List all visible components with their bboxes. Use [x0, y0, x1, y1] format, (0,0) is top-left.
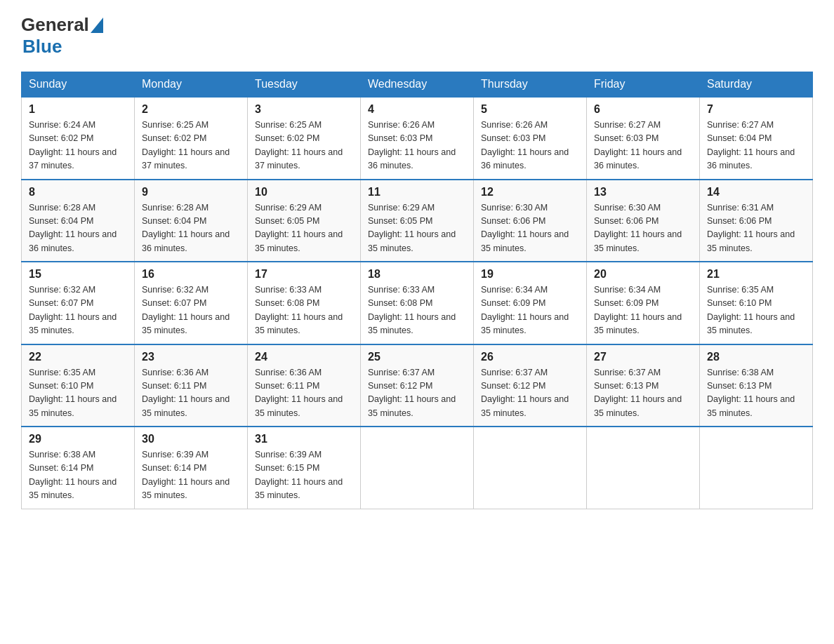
calendar-cell: 16 Sunrise: 6:32 AMSunset: 6:07 PMDaylig…	[135, 262, 248, 344]
calendar-cell: 31 Sunrise: 6:39 AMSunset: 6:15 PMDaylig…	[248, 427, 361, 509]
day-info: Sunrise: 6:28 AMSunset: 6:04 PMDaylight:…	[142, 201, 240, 256]
day-info: Sunrise: 6:38 AMSunset: 6:14 PMDaylight:…	[29, 448, 127, 503]
day-info: Sunrise: 6:27 AMSunset: 6:04 PMDaylight:…	[707, 119, 805, 173]
weekday-header-saturday: Saturday	[700, 72, 813, 98]
day-number: 24	[255, 351, 353, 363]
day-number: 26	[481, 351, 579, 363]
day-number: 15	[29, 268, 127, 281]
week-row-5: 29 Sunrise: 6:38 AMSunset: 6:14 PMDaylig…	[22, 427, 813, 509]
day-info: Sunrise: 6:32 AMSunset: 6:07 PMDaylight:…	[29, 283, 127, 338]
page-header: General Blue	[21, 14, 813, 58]
day-info: Sunrise: 6:24 AMSunset: 6:02 PMDaylight:…	[29, 119, 127, 173]
calendar-cell	[361, 427, 474, 509]
day-info: Sunrise: 6:38 AMSunset: 6:13 PMDaylight:…	[707, 366, 805, 421]
day-info: Sunrise: 6:37 AMSunset: 6:13 PMDaylight:…	[594, 366, 692, 421]
calendar-cell: 1 Sunrise: 6:24 AMSunset: 6:02 PMDayligh…	[22, 97, 135, 180]
calendar-cell: 13 Sunrise: 6:30 AMSunset: 6:06 PMDaylig…	[587, 180, 700, 262]
calendar-cell	[474, 427, 587, 509]
day-info: Sunrise: 6:26 AMSunset: 6:03 PMDaylight:…	[481, 119, 579, 173]
week-row-4: 22 Sunrise: 6:35 AMSunset: 6:10 PMDaylig…	[22, 344, 813, 427]
day-number: 19	[481, 268, 579, 281]
day-number: 20	[594, 268, 692, 281]
day-info: Sunrise: 6:26 AMSunset: 6:03 PMDaylight:…	[368, 119, 466, 173]
day-info: Sunrise: 6:35 AMSunset: 6:10 PMDaylight:…	[29, 366, 127, 421]
calendar-cell: 19 Sunrise: 6:34 AMSunset: 6:09 PMDaylig…	[474, 262, 587, 344]
calendar-cell: 7 Sunrise: 6:27 AMSunset: 6:04 PMDayligh…	[700, 97, 813, 180]
calendar-cell: 27 Sunrise: 6:37 AMSunset: 6:13 PMDaylig…	[587, 344, 700, 427]
day-number: 9	[142, 186, 240, 199]
weekday-header-wednesday: Wednesday	[361, 72, 474, 98]
day-info: Sunrise: 6:29 AMSunset: 6:05 PMDaylight:…	[368, 201, 466, 256]
calendar-cell: 11 Sunrise: 6:29 AMSunset: 6:05 PMDaylig…	[361, 180, 474, 262]
logo-general-text: General	[21, 14, 89, 36]
calendar-cell: 9 Sunrise: 6:28 AMSunset: 6:04 PMDayligh…	[135, 180, 248, 262]
day-number: 7	[707, 103, 805, 116]
weekday-header-tuesday: Tuesday	[248, 72, 361, 98]
calendar-cell: 18 Sunrise: 6:33 AMSunset: 6:08 PMDaylig…	[361, 262, 474, 344]
weekday-header-thursday: Thursday	[474, 72, 587, 98]
day-number: 27	[594, 351, 692, 363]
day-number: 17	[255, 268, 353, 281]
calendar-table: SundayMondayTuesdayWednesdayThursdayFrid…	[21, 72, 813, 509]
day-info: Sunrise: 6:25 AMSunset: 6:02 PMDaylight:…	[255, 119, 353, 173]
calendar-cell: 4 Sunrise: 6:26 AMSunset: 6:03 PMDayligh…	[361, 97, 474, 180]
day-info: Sunrise: 6:36 AMSunset: 6:11 PMDaylight:…	[142, 366, 240, 421]
day-number: 3	[255, 103, 353, 116]
calendar-cell: 5 Sunrise: 6:26 AMSunset: 6:03 PMDayligh…	[474, 97, 587, 180]
logo-blue-text: Blue	[22, 36, 62, 57]
calendar-cell	[700, 427, 813, 509]
day-info: Sunrise: 6:31 AMSunset: 6:06 PMDaylight:…	[707, 201, 805, 256]
day-number: 10	[255, 186, 353, 199]
day-number: 21	[707, 268, 805, 281]
day-info: Sunrise: 6:29 AMSunset: 6:05 PMDaylight:…	[255, 201, 353, 256]
weekday-header-monday: Monday	[135, 72, 248, 98]
day-number: 28	[707, 351, 805, 363]
day-info: Sunrise: 6:35 AMSunset: 6:10 PMDaylight:…	[707, 283, 805, 338]
day-info: Sunrise: 6:30 AMSunset: 6:06 PMDaylight:…	[481, 201, 579, 256]
day-number: 18	[368, 268, 466, 281]
day-info: Sunrise: 6:37 AMSunset: 6:12 PMDaylight:…	[481, 366, 579, 421]
calendar-cell: 24 Sunrise: 6:36 AMSunset: 6:11 PMDaylig…	[248, 344, 361, 427]
day-info: Sunrise: 6:33 AMSunset: 6:08 PMDaylight:…	[368, 283, 466, 338]
calendar-cell: 10 Sunrise: 6:29 AMSunset: 6:05 PMDaylig…	[248, 180, 361, 262]
logo-triangle-icon	[91, 18, 103, 36]
day-info: Sunrise: 6:36 AMSunset: 6:11 PMDaylight:…	[255, 366, 353, 421]
calendar-cell: 25 Sunrise: 6:37 AMSunset: 6:12 PMDaylig…	[361, 344, 474, 427]
day-info: Sunrise: 6:32 AMSunset: 6:07 PMDaylight:…	[142, 283, 240, 338]
calendar-cell: 22 Sunrise: 6:35 AMSunset: 6:10 PMDaylig…	[22, 344, 135, 427]
calendar-cell: 2 Sunrise: 6:25 AMSunset: 6:02 PMDayligh…	[135, 97, 248, 180]
calendar-cell: 20 Sunrise: 6:34 AMSunset: 6:09 PMDaylig…	[587, 262, 700, 344]
day-number: 12	[481, 186, 579, 199]
day-number: 30	[142, 433, 240, 445]
day-number: 4	[368, 103, 466, 116]
svg-marker-0	[91, 18, 103, 33]
day-number: 23	[142, 351, 240, 363]
day-info: Sunrise: 6:34 AMSunset: 6:09 PMDaylight:…	[594, 283, 692, 338]
day-number: 1	[29, 103, 127, 116]
calendar-cell: 3 Sunrise: 6:25 AMSunset: 6:02 PMDayligh…	[248, 97, 361, 180]
day-info: Sunrise: 6:37 AMSunset: 6:12 PMDaylight:…	[368, 366, 466, 421]
calendar-cell	[587, 427, 700, 509]
calendar-cell: 30 Sunrise: 6:39 AMSunset: 6:14 PMDaylig…	[135, 427, 248, 509]
day-info: Sunrise: 6:39 AMSunset: 6:14 PMDaylight:…	[142, 448, 240, 503]
calendar-cell: 28 Sunrise: 6:38 AMSunset: 6:13 PMDaylig…	[700, 344, 813, 427]
calendar-cell: 12 Sunrise: 6:30 AMSunset: 6:06 PMDaylig…	[474, 180, 587, 262]
weekday-header-row: SundayMondayTuesdayWednesdayThursdayFrid…	[22, 72, 813, 98]
calendar-cell: 26 Sunrise: 6:37 AMSunset: 6:12 PMDaylig…	[474, 344, 587, 427]
calendar-cell: 14 Sunrise: 6:31 AMSunset: 6:06 PMDaylig…	[700, 180, 813, 262]
calendar-cell: 29 Sunrise: 6:38 AMSunset: 6:14 PMDaylig…	[22, 427, 135, 509]
calendar-cell: 23 Sunrise: 6:36 AMSunset: 6:11 PMDaylig…	[135, 344, 248, 427]
day-number: 2	[142, 103, 240, 116]
day-info: Sunrise: 6:34 AMSunset: 6:09 PMDaylight:…	[481, 283, 579, 338]
week-row-1: 1 Sunrise: 6:24 AMSunset: 6:02 PMDayligh…	[22, 97, 813, 180]
weekday-header-sunday: Sunday	[22, 72, 135, 98]
day-number: 11	[368, 186, 466, 199]
day-number: 22	[29, 351, 127, 363]
day-number: 16	[142, 268, 240, 281]
calendar-cell: 8 Sunrise: 6:28 AMSunset: 6:04 PMDayligh…	[22, 180, 135, 262]
day-info: Sunrise: 6:27 AMSunset: 6:03 PMDaylight:…	[594, 119, 692, 173]
logo: General Blue	[21, 14, 103, 58]
day-number: 31	[255, 433, 353, 445]
week-row-2: 8 Sunrise: 6:28 AMSunset: 6:04 PMDayligh…	[22, 180, 813, 262]
calendar-cell: 17 Sunrise: 6:33 AMSunset: 6:08 PMDaylig…	[248, 262, 361, 344]
